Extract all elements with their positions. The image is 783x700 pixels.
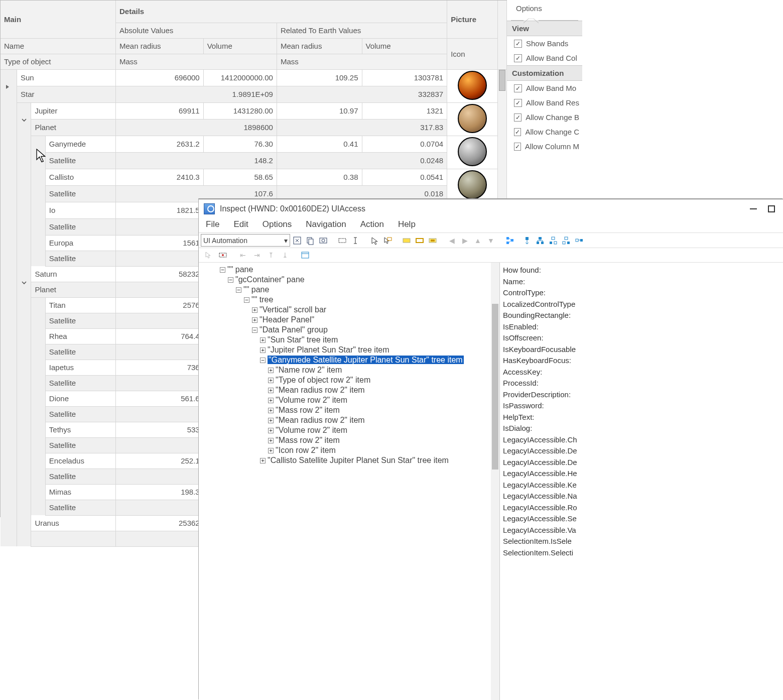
checkbox-icon[interactable]: ✓ [514, 99, 522, 107]
table-row[interactable]: Satellite148.20.0248 [1, 152, 507, 169]
cell-mass-abs[interactable]: 1.9891E+09 [116, 86, 277, 102]
window-maximize-button[interactable] [765, 202, 778, 215]
option-checkbox-row[interactable]: ✓Allow Band Res [507, 95, 582, 110]
table-row[interactable]: Star1.9891E+09332837 [1, 86, 507, 102]
cell-name[interactable]: Saturn [31, 266, 116, 282]
cell-radius-abs[interactable]: 198.3 [116, 484, 204, 500]
nav-last-child-button[interactable] [560, 235, 572, 247]
inspect-tree-scrollbar[interactable] [491, 263, 499, 700]
nav-back-button[interactable]: ◀ [446, 235, 458, 247]
tree-expander-icon[interactable]: + [268, 408, 274, 413]
cell-type[interactable]: Satellite [45, 344, 115, 360]
cell-mass-abs[interactable]: 148.2 [116, 152, 277, 169]
toolbar2-btn-up[interactable]: ⤒ [265, 249, 277, 261]
tree-expander-icon[interactable]: + [268, 388, 274, 393]
cell-name[interactable]: Titan [45, 297, 115, 313]
toolbar-btn-capture[interactable] [317, 235, 329, 247]
table-row[interactable]: Ganymede2631.276.300.410.0704 [1, 136, 507, 152]
option-checkbox-row[interactable]: ✓Allow Band Col [507, 51, 582, 65]
cell-volume-abs[interactable]: 1431280.00 [203, 102, 277, 119]
cell-name[interactable]: Dione [45, 391, 115, 406]
toolbar-btn-highlight-fill[interactable] [427, 235, 439, 247]
cell-name[interactable]: Sun [17, 69, 115, 86]
cell-radius-abs[interactable]: 533 [116, 422, 204, 437]
cell-radius-abs[interactable]: 561.6 [116, 391, 204, 406]
col-radius-rel[interactable]: Mean radius [277, 38, 362, 54]
tree-expander-icon[interactable]: + [260, 337, 266, 343]
cell-radius-abs[interactable]: 696000 [116, 69, 204, 86]
cell-type[interactable]: Satellite [45, 406, 115, 422]
col-volume-rel[interactable]: Volume [362, 38, 447, 54]
cell-mass-rel[interactable]: 332837 [277, 86, 447, 102]
inspect-properties[interactable]: How found:Name:ControlType:LocalizedCont… [500, 263, 783, 700]
cell-type[interactable]: Star [17, 86, 115, 102]
tree-expander-icon[interactable]: + [252, 317, 257, 323]
toolbar-btn-copy[interactable] [304, 235, 316, 247]
automation-mode-select[interactable]: UI Automation ▾ [201, 234, 290, 247]
tree-item[interactable]: +"Mass row 2" item [200, 435, 498, 445]
cell-radius-abs[interactable]: 2631.2 [116, 136, 204, 152]
toolbar-btn-rect[interactable] [336, 235, 348, 247]
tree-expander-icon[interactable]: + [268, 428, 274, 433]
cell-radius-abs[interactable]: 25362 [116, 515, 204, 531]
tree-item[interactable]: +"Vertical" scroll bar [200, 305, 498, 315]
col-type[interactable]: Type of object [1, 54, 116, 69]
tree-expander-icon[interactable]: + [260, 347, 266, 353]
cell-radius-abs[interactable]: 252.1 [116, 453, 204, 469]
cell-name[interactable]: Tethys [45, 422, 115, 437]
cell-radius-abs[interactable]: 58232 [116, 266, 204, 282]
cell-volume-rel[interactable]: 1303781 [362, 69, 447, 86]
cell-radius-abs[interactable]: 69911 [116, 102, 204, 119]
band-details[interactable]: Details [116, 1, 447, 23]
cell-radius-abs[interactable]: 736 [116, 360, 204, 375]
menu-edit[interactable]: Edit [233, 219, 248, 229]
tree-item[interactable]: +"Volume row 2" item [200, 425, 498, 435]
checkbox-icon[interactable]: ✓ [514, 128, 521, 136]
toolbar2-btn-focus-rect[interactable] [217, 249, 229, 261]
toolbar-btn-tree[interactable] [504, 235, 516, 247]
cell-mass-rel[interactable]: 317.83 [277, 119, 447, 136]
cell-radius-rel[interactable]: 0.41 [277, 136, 362, 152]
table-row[interactable]: Planet1898600317.83 [1, 119, 507, 136]
menu-help[interactable]: Help [398, 219, 416, 229]
tree-item[interactable]: +"Type of object row 2" item [200, 375, 498, 385]
tree-expander-icon[interactable]: + [268, 398, 274, 403]
cell-mass-rel[interactable]: 0.0248 [277, 152, 447, 169]
tree-item[interactable]: +"Volume row 2" item [200, 395, 498, 405]
tree-item[interactable]: −"" pane [200, 265, 498, 275]
tree-item[interactable]: −"" tree [200, 295, 498, 305]
cell-type[interactable]: Planet [31, 119, 116, 136]
tree-expander-icon[interactable]: + [260, 458, 266, 463]
checkbox-icon[interactable]: ✓ [514, 54, 522, 62]
option-checkbox-row[interactable]: ✓Allow Column M [507, 139, 582, 154]
nav-parent-button[interactable] [521, 235, 533, 247]
col-volume-abs[interactable]: Volume [203, 38, 277, 54]
toolbar-btn-caret[interactable] [349, 235, 361, 247]
cell-radius-rel[interactable]: 10.97 [277, 102, 362, 119]
tree-expander-icon[interactable]: + [268, 448, 274, 453]
cell-name[interactable]: Mimas [45, 484, 115, 500]
cell-type[interactable]: Satellite [45, 500, 115, 515]
cell-volume-abs[interactable]: 76.30 [203, 136, 277, 152]
toolbar-btn-cursor-rect[interactable] [381, 235, 394, 247]
cell-type[interactable] [31, 531, 116, 546]
cell-type[interactable]: Satellite [45, 313, 115, 328]
checkbox-icon[interactable]: ✓ [514, 40, 522, 48]
tree-item[interactable]: +"Name row 2" item [200, 365, 498, 375]
cell-type[interactable]: Satellite [45, 375, 115, 391]
cell-name[interactable]: Iapetus [45, 360, 115, 375]
tree-item[interactable]: −"" pane [200, 285, 498, 295]
checkbox-icon[interactable]: ✓ [514, 143, 521, 151]
cell-type[interactable]: Planet [31, 282, 116, 297]
inspect-titlebar[interactable]: Inspect (HWND: 0x00160DE2) UIAccess [199, 199, 783, 218]
menu-action[interactable]: Action [360, 219, 384, 229]
table-row[interactable]: Sun6960001412000000.00109.251303781 [1, 69, 507, 86]
tree-item[interactable]: −"Ganymede Satellite Jupiter Planet Sun … [200, 355, 498, 365]
tree-item[interactable]: +"Callisto Satellite Jupiter Planet Sun … [200, 455, 498, 465]
toolbar-btn-highlight-yellow[interactable] [401, 235, 413, 247]
cell-volume-abs[interactable]: 58.65 [203, 169, 277, 185]
tree-expander-icon[interactable]: + [252, 307, 257, 313]
cell-name[interactable]: Jupiter [31, 102, 116, 119]
cell-radius-abs[interactable]: 2576 [116, 297, 204, 313]
cell-volume-rel[interactable]: 0.0541 [362, 169, 447, 185]
